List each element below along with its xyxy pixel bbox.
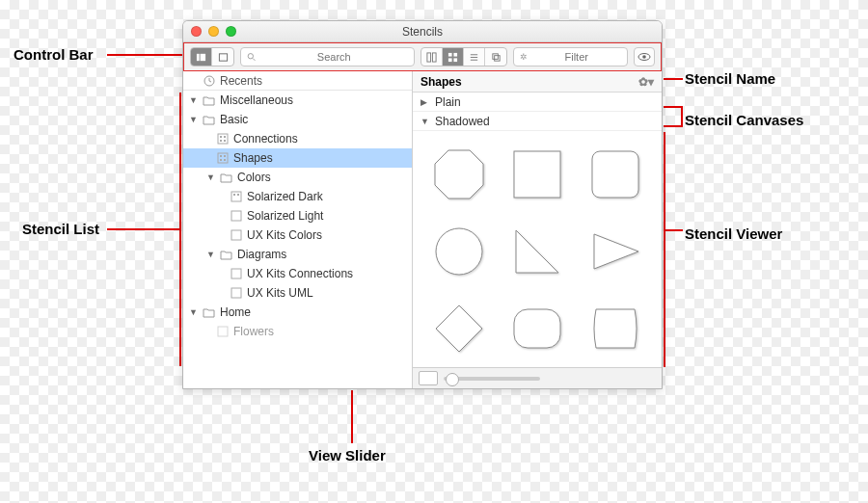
label-stencil-viewer: Stencil Viewer — [685, 225, 782, 242]
label-stencil-canvases: Stencil Canvases — [685, 112, 803, 128]
stencil-list: Recents ▼ Miscellaneous ▼ Basic Connecti… — [183, 71, 413, 388]
view-grid-button[interactable] — [443, 48, 464, 66]
shape-octagon[interactable] — [426, 141, 491, 208]
sidebar-item-basic[interactable]: ▼ Basic — [183, 110, 412, 129]
disclosure-icon: ▼ — [189, 307, 198, 317]
sidebar-item-connections[interactable]: Connections — [183, 129, 412, 148]
sidebar-item-solarized-light[interactable]: Solarized Light — [183, 206, 412, 225]
svg-rect-31 — [237, 194, 239, 196]
sidebar-item-label: Solarized Dark — [247, 190, 323, 203]
eye-icon — [637, 52, 651, 62]
stencil-icon — [230, 210, 242, 222]
shape-rounded-rect[interactable] — [504, 295, 569, 362]
svg-rect-34 — [231, 269, 241, 278]
shape-square[interactable] — [504, 141, 569, 208]
view-layers-button[interactable] — [485, 48, 506, 66]
folder-icon — [203, 95, 215, 106]
svg-rect-10 — [454, 58, 458, 62]
canvas-row-plain[interactable]: ▶ Plain — [413, 93, 662, 112]
sidebar-item-colors[interactable]: ▼ Colors — [183, 168, 412, 187]
window-title: Stencils — [183, 25, 662, 39]
sidebar-item-label: Shapes — [233, 151, 273, 165]
view-split-button[interactable] — [421, 48, 443, 66]
sidebar-item-uxkits-connections[interactable]: UX Kits Connections — [183, 264, 412, 283]
filter-field[interactable]: ✲ — [513, 47, 628, 66]
svg-rect-24 — [218, 153, 228, 163]
stencil-icon — [230, 191, 242, 202]
visibility-button[interactable] — [634, 47, 655, 66]
sidebar-item-home[interactable]: ▼ Home — [183, 303, 412, 322]
disclosure-icon: ▼ — [189, 115, 198, 124]
canvas-row-shadowed[interactable]: ▼ Shadowed — [413, 112, 662, 131]
stencil-viewer: Shapes ✿▾ ▶ Plain ▼ Shadowed — [413, 71, 662, 388]
disclosure-icon: ▼ — [420, 117, 429, 126]
sidebar-item-label: Basic — [220, 113, 248, 126]
svg-point-3 — [248, 54, 253, 59]
view-slider[interactable] — [444, 377, 540, 381]
recents-row[interactable]: Recents — [183, 71, 412, 91]
stencil-icon — [216, 152, 229, 164]
filter-input[interactable] — [531, 51, 621, 63]
sidebar-window-button[interactable] — [212, 48, 233, 66]
svg-rect-30 — [233, 194, 235, 196]
svg-rect-36 — [218, 327, 228, 336]
gear-icon[interactable]: ✿▾ — [638, 75, 654, 89]
sidebar-item-diagrams[interactable]: ▼ Diagrams — [183, 245, 412, 264]
svg-line-4 — [253, 59, 255, 61]
svg-rect-14 — [493, 53, 498, 59]
shape-right-triangle[interactable] — [504, 218, 569, 285]
folder-icon — [203, 307, 215, 318]
label-stencil-name: Stencil Name — [685, 70, 775, 87]
traffic-lights — [191, 26, 236, 37]
zoom-button[interactable] — [226, 26, 236, 37]
canvas-label: Plain — [435, 95, 461, 109]
shape-rounded-square[interactable] — [583, 141, 648, 208]
label-stencil-list: Stencil List — [22, 221, 99, 237]
minimize-button[interactable] — [208, 26, 219, 37]
view-list-button[interactable] — [464, 48, 485, 66]
svg-rect-20 — [220, 136, 222, 138]
svg-rect-9 — [448, 58, 452, 62]
sidebar-list-button[interactable] — [191, 48, 212, 66]
svg-rect-0 — [197, 53, 200, 60]
sidebar-item-miscellaneous[interactable]: ▼ Miscellaneous — [183, 91, 412, 110]
close-button[interactable] — [191, 26, 202, 37]
search-field[interactable] — [240, 47, 415, 66]
sidebar-item-label: Solarized Light — [247, 209, 323, 223]
svg-marker-37 — [435, 150, 483, 199]
label-view-slider: View Slider — [309, 447, 386, 463]
shape-barrel[interactable] — [583, 295, 648, 362]
svg-point-40 — [436, 228, 482, 275]
sidebar-item-label: Connections — [233, 132, 298, 146]
filter-icon: ✲ — [520, 52, 528, 62]
view-slider-footer — [413, 367, 662, 388]
sidebar-item-solarized-dark[interactable]: Solarized Dark — [183, 187, 412, 206]
recents-label: Recents — [220, 74, 262, 88]
shape-circle[interactable] — [426, 218, 491, 285]
canvas-label: Shadowed — [435, 115, 490, 128]
sidebar-item-label: Diagrams — [237, 248, 286, 261]
sidebar-item-uxkits-colors[interactable]: UX Kits Colors — [183, 225, 412, 245]
sidebar-item-shapes[interactable]: Shapes — [183, 148, 412, 168]
svg-rect-27 — [220, 159, 222, 161]
folder-icon — [220, 172, 232, 183]
search-input[interactable] — [259, 51, 408, 63]
view-thumb[interactable] — [419, 371, 438, 385]
shape-triangle[interactable] — [583, 218, 648, 285]
svg-rect-22 — [220, 140, 222, 142]
svg-rect-25 — [220, 155, 222, 157]
sidebar-item-uxkits-uml[interactable]: UX Kits UML — [183, 283, 412, 303]
label-control-bar: Control Bar — [14, 46, 94, 63]
sidebar-item-flowers[interactable]: Flowers — [183, 322, 412, 341]
svg-rect-2 — [219, 53, 227, 60]
svg-rect-15 — [495, 55, 501, 61]
clock-icon — [203, 75, 215, 87]
shapes-grid — [413, 131, 662, 367]
svg-rect-28 — [224, 159, 226, 161]
sidebar-item-label: UX Kits Colors — [247, 228, 322, 242]
shape-diamond[interactable] — [426, 295, 491, 362]
stencil-icon — [216, 133, 229, 145]
svg-point-17 — [642, 55, 646, 59]
svg-rect-32 — [231, 211, 241, 221]
stencil-icon — [230, 287, 242, 299]
